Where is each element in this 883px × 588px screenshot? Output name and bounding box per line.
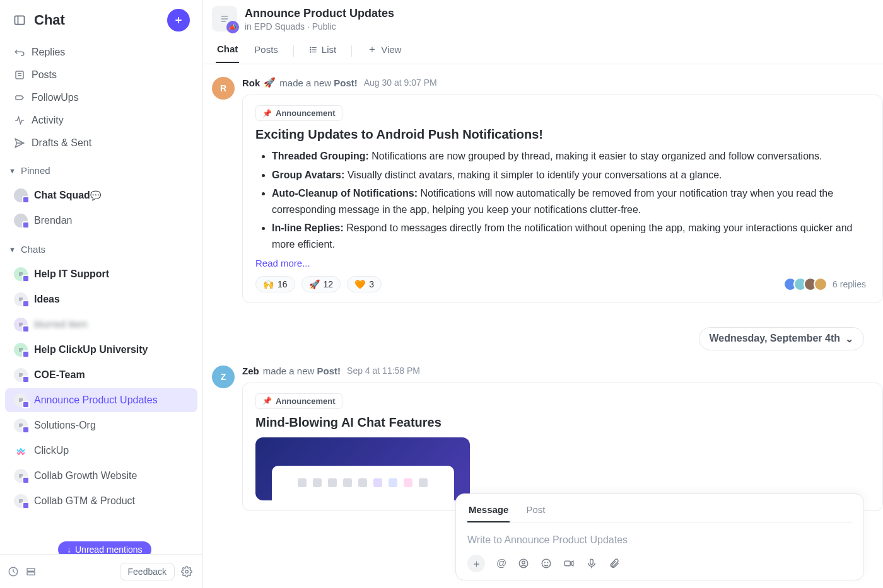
chat-item[interactable]: Solutions-Org	[5, 413, 197, 437]
svg-point-52	[542, 559, 551, 568]
clickup-logo-icon	[14, 444, 28, 458]
pin-icon: 📌	[262, 109, 272, 118]
message-composer: MessagePost ＋ @	[455, 493, 864, 580]
view-tab-view[interactable]: ＋View	[366, 38, 402, 64]
channel-avatar	[14, 343, 28, 357]
layout-icon[interactable]	[25, 566, 37, 577]
clock-icon[interactable]	[8, 566, 19, 577]
chat-item[interactable]: ClickUp	[5, 439, 197, 463]
view-tab-posts[interactable]: Posts	[253, 39, 279, 62]
breadcrumb[interactable]: in EPD Squads · Public	[245, 21, 394, 32]
nav-activity[interactable]: Activity	[5, 110, 197, 131]
date-divider[interactable]: Wednesday, September 4th ⌄	[699, 327, 864, 350]
message-input[interactable]	[467, 528, 852, 552]
announcement-tag: 📌Announcement	[255, 393, 342, 409]
post-card[interactable]: 📌Announcement Exciting Updates to Androi…	[242, 95, 883, 303]
svg-rect-55	[565, 561, 571, 566]
video-icon[interactable]	[563, 558, 575, 569]
chat-item[interactable]: Collab GTM & Product	[5, 489, 197, 513]
megaphone-badge-icon: 📣	[226, 21, 239, 33]
microphone-icon[interactable]	[586, 558, 597, 569]
compose-button[interactable]	[167, 9, 190, 32]
avatar-stack	[783, 277, 827, 291]
panel-toggle-icon[interactable]	[13, 13, 26, 27]
pinned-header[interactable]: ▼ Pinned	[0, 159, 202, 180]
channel-avatar	[14, 418, 28, 432]
caret-down-icon: ▼	[9, 167, 16, 175]
bullet-point: Group Avatars: Visually distinct avatars…	[272, 167, 870, 183]
chat-item[interactable]: COE-Team	[5, 363, 197, 387]
post-timestamp: Aug 30 at 9:07 PM	[364, 78, 437, 88]
svg-point-51	[522, 561, 525, 564]
avatar	[14, 214, 28, 228]
main-pane: 📣 Announce Product Updates in EPD Squads…	[203, 0, 883, 588]
svg-point-47	[310, 47, 311, 47]
person-mention-icon[interactable]	[518, 558, 529, 569]
activity-icon	[14, 115, 32, 126]
post-card[interactable]: 📌Announcement Mind-Blowing AI Chat Featu…	[242, 383, 883, 511]
avatar[interactable]: Z	[212, 366, 235, 388]
svg-rect-0	[15, 16, 25, 24]
avatar[interactable]: R	[212, 77, 235, 100]
post-author[interactable]: Zeb	[242, 366, 259, 376]
feedback-button[interactable]: Feedback	[120, 563, 175, 580]
bullet-point: Threaded Grouping: Notifications are now…	[272, 148, 870, 164]
chat-item[interactable]: Help IT Support	[5, 262, 197, 286]
add-attachment-button[interactable]: ＋	[467, 555, 485, 572]
attachment-icon[interactable]	[609, 558, 620, 569]
avatar	[14, 188, 28, 202]
post-action: made a new Post!	[263, 366, 341, 376]
sidebar-title: Chat	[34, 12, 167, 28]
settings-icon[interactable]	[181, 566, 192, 577]
channel-avatar	[14, 292, 28, 306]
read-more-link[interactable]: Read more...	[255, 258, 870, 268]
channel-icon: 📣	[212, 6, 237, 32]
pinned-item[interactable]: Chat Squad 💬	[5, 183, 197, 207]
emoji-icon[interactable]	[541, 558, 552, 569]
chat-item[interactable]: Ideas	[5, 287, 197, 311]
chat-item[interactable]: Announce Product Updates	[5, 388, 197, 412]
page-title: Announce Product Updates	[245, 7, 394, 20]
view-tab-chat[interactable]: Chat	[216, 38, 239, 63]
arrow-down-icon: ↓	[67, 545, 71, 555]
svg-point-49	[310, 51, 311, 52]
reaction-chip[interactable]: 🚀12	[301, 276, 341, 292]
mention-icon[interactable]: @	[496, 558, 506, 569]
nav-replies[interactable]: Replies	[5, 42, 197, 63]
replies-summary[interactable]: 6 replies	[783, 277, 870, 291]
post-timestamp: Sep 4 at 11:58 PM	[347, 366, 420, 376]
announcement-tag: 📌Announcement	[255, 105, 342, 121]
reaction-chip[interactable]: 🧡3	[347, 276, 382, 292]
bullet-point: In-line Replies: Respond to messages dir…	[272, 220, 870, 252]
chats-header[interactable]: ▼ Chats	[0, 238, 202, 258]
reaction-chip[interactable]: 🙌16	[255, 276, 295, 292]
chat-item[interactable]: blurred item	[5, 313, 197, 337]
nav-drafts-sent[interactable]: Drafts & Sent	[5, 132, 197, 154]
post-author[interactable]: Rok	[242, 78, 260, 88]
svg-point-48	[310, 49, 311, 50]
composer-tab-post[interactable]: Post	[525, 500, 546, 522]
svg-rect-39	[27, 572, 35, 575]
svg-point-53	[545, 562, 546, 563]
nav-posts[interactable]: Posts	[5, 64, 197, 86]
bullet-point: Auto-Cleanup of Notifications: Notificat…	[272, 185, 870, 217]
svg-point-40	[185, 570, 189, 573]
svg-rect-38	[27, 568, 35, 571]
caret-down-icon: ▼	[9, 246, 16, 253]
post-image-preview[interactable]	[255, 437, 470, 500]
reply-icon	[14, 47, 32, 58]
view-tab-list[interactable]: List	[308, 39, 337, 62]
channel-avatar	[14, 318, 28, 331]
channel-avatar	[14, 368, 28, 382]
chat-item[interactable]: Help ClickUp University	[5, 338, 197, 362]
channel-avatar	[14, 393, 28, 407]
post-title: Exciting Updates to Android Push Notific…	[255, 127, 870, 142]
chat-item[interactable]: Collab Growth Website	[5, 464, 197, 488]
composer-tab-message[interactable]: Message	[467, 500, 510, 522]
pinned-item[interactable]: Brendan	[5, 209, 197, 233]
post: R Rok 🚀 made a new Post! Aug 30 at 9:07 …	[212, 77, 883, 303]
chevron-down-icon: ⌄	[845, 333, 853, 345]
channel-avatar	[14, 494, 28, 508]
nav-followups[interactable]: FollowUps	[5, 87, 197, 108]
channel-avatar	[14, 267, 28, 281]
